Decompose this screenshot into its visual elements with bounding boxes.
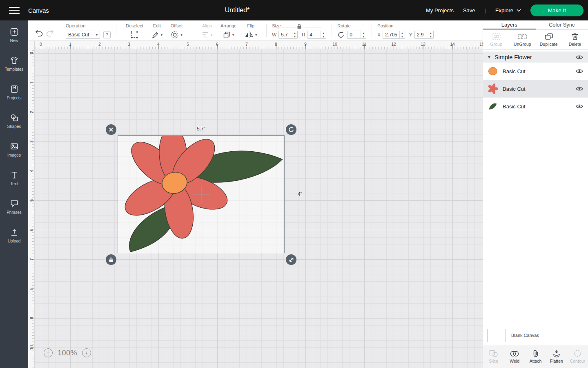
lock-icon bbox=[109, 257, 114, 263]
sidebar-item-label: Templates bbox=[5, 67, 24, 72]
layer-thumbnail-leaf bbox=[488, 101, 498, 112]
visibility-toggle[interactable] bbox=[576, 55, 583, 60]
tab-color-sync[interactable]: Color Sync bbox=[536, 20, 588, 29]
ruler-left-number: 7 bbox=[29, 256, 34, 263]
duplicate-button[interactable]: Duplicate bbox=[536, 30, 562, 49]
chevron-down-icon: ▾ bbox=[161, 33, 163, 37]
layer-group-header[interactable]: ▼ Simple Flower bbox=[483, 52, 588, 63]
ruler-left-number: 8 bbox=[29, 285, 34, 292]
rotate-icon[interactable] bbox=[337, 31, 345, 38]
rotate-group: Rotate ▲▼ bbox=[337, 20, 366, 40]
arrange-icon bbox=[223, 31, 231, 39]
x-input[interactable] bbox=[383, 31, 399, 38]
collapse-arrow-icon[interactable]: ▼ bbox=[487, 55, 491, 59]
ruler-top-number: 15 bbox=[479, 42, 483, 47]
ruler-top-number: 9 bbox=[302, 42, 309, 47]
layer-thumbnail-circle bbox=[488, 66, 498, 76]
width-input-box: ▲▼ bbox=[278, 31, 298, 39]
eye-icon bbox=[576, 69, 583, 74]
ruler-left-number: 3 bbox=[29, 138, 34, 145]
weld-button[interactable]: Weld bbox=[504, 345, 525, 368]
ruler-top-number: 4 bbox=[155, 42, 162, 47]
layer-label: Basic Cut bbox=[503, 103, 576, 110]
layer-row[interactable]: Basic Cut bbox=[483, 80, 588, 98]
help-button[interactable]: ? bbox=[103, 31, 111, 38]
topbar-links: My Projects Save | Explore Make It bbox=[426, 4, 584, 16]
ungroup-icon bbox=[518, 33, 527, 40]
my-projects-link[interactable]: My Projects bbox=[426, 7, 454, 13]
ruler-top-number: 12 bbox=[390, 42, 397, 47]
operation-group: Operation Basic Cut ▾ ? bbox=[66, 20, 111, 40]
make-it-button[interactable]: Make It bbox=[530, 4, 584, 16]
arrange-menu-button[interactable]: Arrange ▾ bbox=[220, 20, 236, 40]
height-input[interactable] bbox=[307, 31, 321, 38]
rotate-handle[interactable] bbox=[286, 124, 296, 135]
edit-menu-button[interactable]: Edit ▾ bbox=[151, 20, 163, 40]
blank-canvas-swatch[interactable] bbox=[487, 329, 506, 342]
toolbar-separator bbox=[116, 24, 116, 37]
flip-menu-button[interactable]: Flip ▾ bbox=[245, 20, 257, 40]
x-stepper[interactable]: ▲▼ bbox=[399, 31, 405, 38]
chevron-down-icon: ▾ bbox=[96, 33, 98, 37]
selection-height-label: 4" bbox=[298, 191, 302, 197]
upload-icon bbox=[10, 228, 19, 237]
visibility-toggle[interactable] bbox=[576, 86, 583, 91]
rotate-stepper[interactable]: ▲▼ bbox=[361, 31, 366, 38]
size-lock-icon[interactable] bbox=[296, 24, 303, 29]
deselect-button[interactable]: Deselect bbox=[126, 20, 143, 40]
height-stepper[interactable]: ▲▼ bbox=[321, 31, 326, 38]
layer-row[interactable]: Basic Cut bbox=[483, 98, 588, 115]
operation-select[interactable]: Basic Cut ▾ bbox=[66, 31, 100, 39]
lock-handle[interactable] bbox=[106, 254, 116, 265]
flatten-button[interactable]: Flatten bbox=[546, 345, 567, 368]
width-input[interactable] bbox=[279, 31, 292, 38]
tab-layers[interactable]: Layers bbox=[483, 20, 536, 29]
hamburger-menu-icon[interactable] bbox=[9, 7, 20, 14]
phrases-icon bbox=[10, 199, 19, 208]
chevron-down-icon: ▾ bbox=[255, 33, 257, 37]
undo-button[interactable] bbox=[34, 27, 45, 38]
rotate-icon bbox=[288, 127, 294, 132]
y-input-box: ▲▼ bbox=[414, 31, 434, 39]
layer-row[interactable]: Basic Cut bbox=[483, 63, 588, 80]
delete-handle[interactable] bbox=[106, 124, 116, 135]
explore-link[interactable]: Explore bbox=[495, 7, 521, 13]
width-stepper[interactable]: ▲▼ bbox=[292, 31, 297, 38]
sidebar-item-upload[interactable]: Upload bbox=[0, 224, 28, 253]
sidebar-item-new[interactable]: New bbox=[0, 24, 28, 53]
rotate-input[interactable] bbox=[347, 31, 361, 38]
delete-button[interactable]: Delete bbox=[562, 30, 588, 49]
selection-box[interactable]: 5.7" 4" bbox=[118, 135, 285, 253]
sidebar-item-text[interactable]: Text bbox=[0, 167, 28, 196]
slice-button: Slice bbox=[483, 345, 504, 368]
resize-handle[interactable] bbox=[286, 254, 296, 265]
ruler-left-number: 10 bbox=[29, 344, 34, 351]
sidebar-item-projects[interactable]: Projects bbox=[0, 81, 28, 110]
sidebar-item-phrases[interactable]: Phrases bbox=[0, 196, 28, 224]
save-link[interactable]: Save bbox=[463, 7, 475, 13]
ruler-left-number: 5 bbox=[29, 197, 34, 204]
zoom-out-button[interactable]: − bbox=[44, 348, 53, 357]
visibility-toggle[interactable] bbox=[576, 104, 583, 109]
topbar-divider: | bbox=[485, 7, 486, 13]
rotate-label: Rotate bbox=[337, 23, 366, 29]
sidebar-item-label: Phrases bbox=[7, 210, 22, 215]
canvas-background-row: Blank Canvas bbox=[483, 326, 588, 345]
offset-menu-button[interactable]: Offset ▾ bbox=[171, 20, 183, 40]
visibility-toggle[interactable] bbox=[576, 69, 583, 74]
sidebar-item-templates[interactable]: Templates bbox=[0, 53, 28, 81]
zoom-level: 100% bbox=[58, 349, 77, 357]
attach-button[interactable]: Attach bbox=[525, 345, 546, 368]
ruler-top-number: 14 bbox=[449, 42, 456, 47]
y-stepper[interactable]: ▲▼ bbox=[428, 31, 433, 38]
layer-label: Basic Cut bbox=[503, 68, 576, 74]
canvas-region: 0123456789101112131415 012345678910 5.7"… bbox=[28, 41, 483, 368]
operation-value: Basic Cut bbox=[68, 32, 89, 38]
sidebar-item-shapes[interactable]: Shapes bbox=[0, 110, 28, 139]
ungroup-button[interactable]: UnGroup bbox=[509, 30, 535, 49]
layers-bottom-toolbar: Slice Weld Attach Flatten Contour bbox=[483, 345, 588, 368]
explore-label: Explore bbox=[495, 7, 513, 13]
y-input[interactable] bbox=[415, 31, 428, 38]
zoom-in-button[interactable]: + bbox=[82, 348, 91, 357]
sidebar-item-images[interactable]: Images bbox=[0, 139, 28, 167]
